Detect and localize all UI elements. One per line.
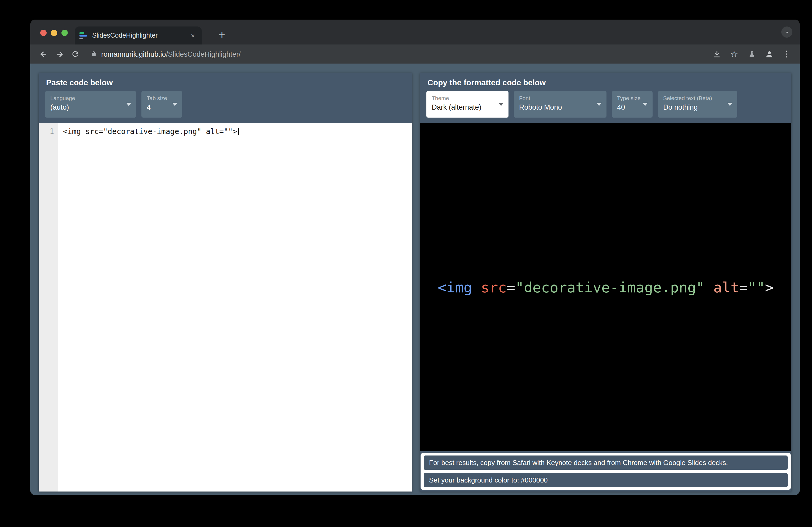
tab-size-select[interactable]: Tab size 4: [142, 91, 182, 118]
browser-toolbar: romannurik.github.io/SlidesCodeHighlight…: [30, 44, 800, 63]
install-button[interactable]: [710, 47, 724, 61]
minimize-window-button[interactable]: [51, 30, 57, 36]
download-icon: [712, 49, 721, 59]
code-token: [472, 279, 481, 295]
output-panel-title: Copy the formatted code below: [427, 78, 784, 87]
paste-options-row: Language (auto) Tab size 4: [45, 91, 406, 118]
selected-text-label: Selected text (Beta): [663, 95, 724, 101]
dropdown-caret-icon: [642, 103, 648, 106]
back-button[interactable]: [37, 47, 50, 61]
tab-favicon: [79, 31, 88, 40]
editor-code-area[interactable]: <img src="decorative-image.png" alt="">: [58, 123, 238, 492]
url-domain: romannurik.github.io: [101, 50, 166, 58]
font-select[interactable]: Font Roboto Mono: [514, 91, 607, 118]
zoom-window-button[interactable]: [61, 30, 68, 36]
dropdown-caret-icon: [498, 103, 504, 106]
type-size-select[interactable]: Type size 40: [612, 91, 653, 118]
address-bar[interactable]: romannurik.github.io/SlidesCodeHighlight…: [90, 50, 710, 58]
text-cursor: [237, 128, 238, 135]
editor-gutter: 1: [39, 123, 58, 492]
paste-panel: Paste code below Language (auto) Tab siz…: [39, 73, 412, 492]
extension-button[interactable]: [745, 47, 758, 61]
tab-size-label: Tab size: [147, 95, 169, 101]
type-size-label: Type size: [617, 95, 639, 101]
back-arrow-icon: [39, 49, 48, 59]
reload-button[interactable]: [68, 47, 82, 61]
code-token: [705, 279, 713, 295]
dropdown-caret-icon: [727, 103, 733, 106]
dropdown-caret-icon: [126, 103, 131, 106]
star-icon: ☆: [730, 49, 738, 59]
preview-code: <img src="decorative-image.png" alt="">: [438, 279, 773, 295]
theme-value: Dark (alternate): [432, 103, 495, 111]
code-token: <img: [438, 279, 472, 295]
line-number: 1: [39, 126, 54, 137]
theme-label: Theme: [432, 95, 495, 101]
kebab-icon: ⋮: [782, 50, 791, 58]
font-label: Font: [519, 95, 593, 101]
message-bar: Set your background color to: #000000: [424, 473, 788, 487]
chevron-down-icon: [784, 29, 790, 35]
language-value: (auto): [50, 103, 122, 111]
output-panel: Copy the formatted code below Theme Dark…: [420, 73, 791, 492]
code-token: src: [481, 279, 507, 295]
forward-button[interactable]: [53, 47, 66, 61]
tab-size-value: 4: [147, 103, 169, 111]
paste-panel-title: Paste code below: [46, 78, 405, 87]
language-label: Language: [50, 95, 122, 101]
language-select[interactable]: Language (auto): [45, 91, 136, 118]
font-value: Roboto Mono: [519, 103, 593, 111]
new-tab-button[interactable]: +: [215, 28, 229, 42]
browser-window: SlidesCodeHighlighter × + r: [30, 19, 800, 495]
lock-icon[interactable]: [90, 51, 97, 57]
url-path: /SlidesCodeHighlighter/: [166, 50, 241, 58]
menu-button[interactable]: ⋮: [780, 47, 794, 61]
page-content: Paste code below Language (auto) Tab siz…: [30, 63, 800, 495]
code-editor[interactable]: 1 <img src="decorative-image.png" alt=""…: [39, 123, 412, 492]
editor-code-text: <img src="decorative-image.png" alt="">: [63, 127, 237, 136]
theme-select[interactable]: Theme Dark (alternate): [426, 91, 508, 118]
window-controls: [40, 30, 68, 36]
bookmark-button[interactable]: ☆: [727, 47, 741, 61]
tab-title: SlidesCodeHighlighter: [92, 32, 185, 39]
dropdown-caret-icon: [596, 103, 602, 106]
messages-container: For best results, copy from Safari with …: [421, 453, 791, 490]
message-bar: For best results, copy from Safari with …: [424, 455, 788, 470]
output-options-row: Theme Dark (alternate) Font Roboto Mono …: [426, 91, 785, 118]
code-token: alt: [713, 279, 739, 295]
person-icon: [765, 49, 773, 59]
reload-icon: [71, 50, 79, 58]
flask-icon: [748, 50, 756, 58]
code-token: "decorative-image.png": [516, 279, 705, 295]
toolbar-actions: ☆ ⋮: [710, 47, 794, 61]
selected-text-select[interactable]: Selected text (Beta) Do nothing: [658, 91, 737, 118]
code-token: "": [748, 279, 765, 295]
code-token: =: [739, 279, 748, 295]
dropdown-caret-icon: [172, 103, 177, 106]
desktop: SlidesCodeHighlighter × + r: [0, 0, 812, 527]
tab-close-icon[interactable]: ×: [189, 31, 197, 40]
tab-strip: SlidesCodeHighlighter × +: [30, 19, 800, 44]
browser-tab[interactable]: SlidesCodeHighlighter ×: [75, 27, 202, 44]
forward-arrow-icon: [55, 49, 64, 59]
formatted-preview[interactable]: <img src="decorative-image.png" alt="">: [420, 123, 791, 451]
profile-button[interactable]: [762, 47, 776, 61]
url-text: romannurik.github.io/SlidesCodeHighlight…: [101, 50, 241, 58]
tab-search-button[interactable]: [781, 27, 793, 38]
code-token: >: [765, 279, 774, 295]
code-token: =: [507, 279, 516, 295]
type-size-value: 40: [617, 103, 639, 111]
selected-text-value: Do nothing: [663, 103, 724, 111]
close-window-button[interactable]: [40, 30, 47, 36]
